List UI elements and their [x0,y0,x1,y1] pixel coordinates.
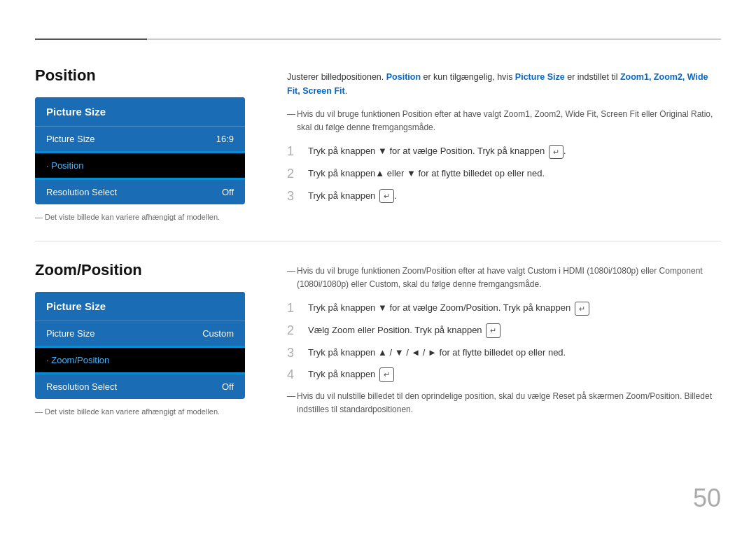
position-step-3-num: 3 [287,189,301,204]
zoom-row-1-value: Custom [202,328,234,339]
position-left-col: Position Picture Size Picture Size 16:9 … [35,66,259,221]
zoom-row-3: Resolution Select Off [35,374,245,399]
position-title: Position [35,66,259,85]
position-step-1-btn: ↵ [549,145,564,160]
position-note-highlight4: Wide Fit [566,109,596,119]
zoom-note1-h3: HDMI [563,266,584,276]
zoom-note1-h4: Component [659,266,703,276]
position-row-1-value: 16:9 [216,134,234,144]
zoom-note1-h5: Custom [369,279,398,289]
position-step-1: 1 Tryk på knappen ▼ for at vælge Positio… [287,144,721,160]
zoom-step-4: 4 Tryk på knappen ↵ [287,367,721,383]
zoom-note2-h1: Reset [553,391,575,401]
zoom-row-1: Picture Size Custom [35,321,245,346]
zoom-steps: 1 Tryk på knappen ▼ for at vælge Zoom/Po… [287,301,721,382]
zoom-row-2-active: · Zoom/Position [35,348,245,372]
zoom-step-4-num: 4 [287,367,301,383]
position-desc-highlight1: Position [386,72,421,82]
page-container: Position Picture Size Picture Size 16:9 … [0,0,756,534]
position-step-2: 2 Tryk på knappen▲ eller ▼ for at flytte… [287,167,721,182]
position-note-highlight3: Zoom2 [535,109,561,119]
zoom-step-4-text: Tryk på knappen ↵ [308,367,721,382]
position-note-highlight1: Position [402,109,433,119]
zoom-step-2-text: Vælg Zoom eller Position. Tryk på knappe… [308,323,721,338]
position-note-highlight5: Screen Fit [601,109,639,119]
zoom-left-col: Zoom/Position Picture Size Picture Size … [35,261,259,426]
position-row-3: Resolution Select Off [35,180,245,204]
position-step-3: 3 Tryk på knappen ↵. [287,189,721,204]
position-step-2-text: Tryk på knappen▲ eller ▼ for at flytte b… [308,167,721,181]
zoom-step-1-num: 1 [287,301,301,316]
zoom-step-1-btn: ↵ [575,302,589,316]
zoom-step-4-btn: ↵ [379,367,394,382]
position-description: Justerer billedpositionen. Position er k… [287,70,721,98]
zoom-note2: Hvis du vil nulstille billedet til den o… [287,390,721,416]
position-row-3-value: Off [222,187,234,197]
zoom-step-3-text: Tryk på knappen ▲ / ▼ / ◄ / ► for at fly… [308,346,721,360]
zoom-row-2-label: · Zoom/Position [46,355,109,365]
position-row-1: Picture Size 16:9 [35,127,245,151]
position-step-2-num: 2 [287,167,301,182]
zoom-row-3-value: Off [222,381,234,392]
position-desc-highlight2: Picture Size [515,72,565,82]
position-row-2-active: · Position [35,153,245,178]
zoom-step-2: 2 Vælg Zoom eller Position. Tryk på knap… [287,323,721,339]
zoom-note1-h2: Custom [528,266,556,276]
top-divider [35,38,721,40]
position-step-1-text: Tryk på knappen ▼ for at vælge Position.… [308,144,721,159]
section-divider [35,241,721,241]
zoom-panel-header: Picture Size [35,292,245,321]
zoom-step-2-num: 2 [287,323,301,339]
zoom-row-3-label: Resolution Select [46,381,117,392]
position-note-highlight2: Zoom1 [504,109,530,119]
zoom-note1-h1: Zoom/Position [402,266,456,276]
zoom-step-1: 1 Tryk på knappen ▼ for at vælge Zoom/Po… [287,301,721,316]
zoom-row-1-label: Picture Size [46,328,94,339]
position-note: Hvis du vil bruge funktionen Position ef… [287,108,721,134]
position-row-1-label: Picture Size [46,134,94,144]
position-caption: ― Det viste billede kan variere afhængig… [35,213,259,221]
position-row-2-label: · Position [46,160,83,171]
position-step-3-btn: ↵ [379,189,394,204]
page-number: 50 [693,484,721,513]
position-note-highlight6: Original Ratio [659,109,710,119]
zoom-step-3: 3 Tryk på knappen ▲ / ▼ / ◄ / ► for at f… [287,346,721,361]
position-row-3-label: Resolution Select [46,187,117,197]
zoom-position-section: Zoom/Position Picture Size Picture Size … [35,261,721,426]
position-right-col: Justerer billedpositionen. Position er k… [287,66,721,221]
zoom-panel: Picture Size Picture Size Custom · Zoom/… [35,292,245,399]
position-step-3-text: Tryk på knappen ↵. [308,189,721,204]
position-panel-header: Picture Size [35,97,245,127]
zoom-note2-h2: Zoom/Position [626,391,680,401]
top-divider-accent [35,38,147,40]
position-section: Position Picture Size Picture Size 16:9 … [35,66,721,221]
position-step-1-num: 1 [287,144,301,160]
position-desc-highlight3: Zoom1, Zoom2, Wide Fit, Screen Fit [287,72,708,96]
position-panel: Picture Size Picture Size 16:9 · Positio… [35,97,245,204]
position-steps: 1 Tryk på knappen ▼ for at vælge Positio… [287,144,721,204]
zoom-step-1-text: Tryk på knappen ▼ for at vælge Zoom/Posi… [308,301,721,316]
zoom-note1: Hvis du vil bruge funktionen Zoom/Positi… [287,265,721,291]
zoom-title: Zoom/Position [35,261,259,279]
zoom-step-3-num: 3 [287,346,301,361]
zoom-caption: ― Det viste billede kan variere afhængig… [35,407,259,416]
zoom-right-col: Hvis du vil bruge funktionen Zoom/Positi… [287,261,721,426]
zoom-step-2-btn: ↵ [486,323,500,338]
